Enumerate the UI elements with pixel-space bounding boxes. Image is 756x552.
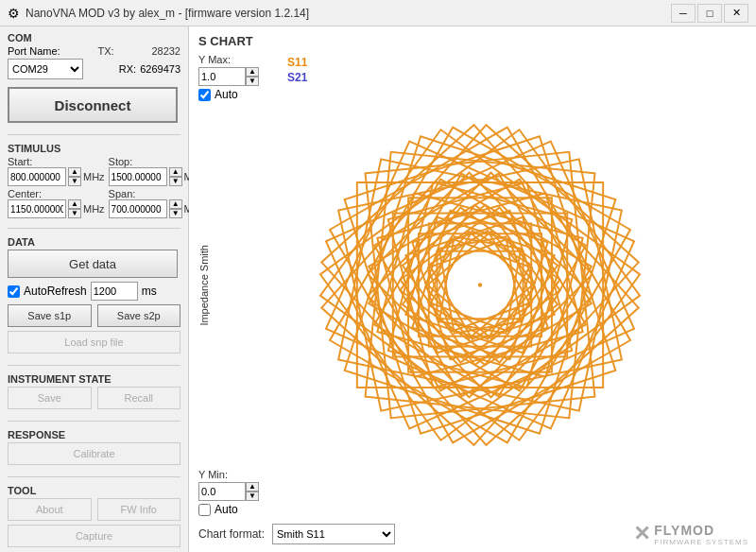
data-section: DATA Get data AutoRefresh ms Save s1p Sa… bbox=[8, 236, 180, 357]
span-up-arrow[interactable]: ▲ bbox=[169, 199, 182, 209]
ms-label: ms bbox=[142, 285, 157, 298]
y-min-spinbox: ▲ ▼ bbox=[198, 482, 259, 501]
svg-point-0 bbox=[478, 283, 482, 286]
stop-spinbox-arrows: ▲ ▼ bbox=[169, 167, 182, 186]
y-axis-label: Impedance Smith bbox=[198, 245, 210, 326]
capture-button[interactable]: Capture bbox=[8, 525, 180, 547]
port-select[interactable]: COM29 bbox=[8, 59, 83, 79]
y-max-input[interactable] bbox=[198, 67, 246, 86]
start-spinbox-arrows: ▲ ▼ bbox=[68, 167, 81, 186]
start-cell: Start: ▲ ▼ MHz bbox=[8, 156, 105, 186]
y-min-up-arrow[interactable]: ▲ bbox=[246, 482, 259, 492]
y-min-auto-checkbox[interactable] bbox=[198, 504, 211, 516]
center-label: Center: bbox=[8, 188, 105, 199]
instrument-btn-row: Save Recall bbox=[8, 387, 180, 409]
y-max-label: Y Max: bbox=[198, 54, 259, 65]
center-spinbox-arrows: ▲ ▼ bbox=[68, 199, 81, 218]
s21-legend: S21 bbox=[287, 71, 307, 84]
center-down-arrow[interactable]: ▼ bbox=[68, 209, 81, 218]
divider-4 bbox=[8, 421, 180, 422]
stop-input[interactable] bbox=[109, 167, 167, 186]
tool-label: TOOL bbox=[8, 485, 180, 496]
ms-input[interactable] bbox=[91, 282, 138, 301]
start-down-arrow[interactable]: ▼ bbox=[68, 177, 81, 186]
y-max-group: Y Max: ▲ ▼ Auto bbox=[198, 54, 259, 101]
response-section: RESPONSE Calibrate bbox=[8, 429, 180, 469]
stimulus-label: STIMULUS bbox=[8, 143, 180, 154]
instrument-label: INSTRUMENT STATE bbox=[8, 373, 180, 385]
fw-info-button[interactable]: FW Info bbox=[97, 498, 181, 521]
center-up-arrow[interactable]: ▲ bbox=[68, 199, 81, 209]
autorefresh-checkbox[interactable] bbox=[8, 285, 20, 298]
load-btn-row: Load snp file bbox=[8, 331, 180, 354]
get-data-button[interactable]: Get data bbox=[8, 250, 178, 278]
stimulus-grid: Start: ▲ ▼ MHz Stop: bbox=[8, 156, 180, 218]
save-s2p-button[interactable]: Save s2p bbox=[97, 304, 181, 327]
chart-canvas bbox=[214, 105, 747, 465]
com-section: COM Port Name: TX: 28232 COM29 RX: 62694… bbox=[8, 32, 180, 127]
save-btn-row: Save s1p Save s2p bbox=[8, 304, 180, 327]
tx-value: 28232 bbox=[151, 45, 180, 57]
close-button[interactable]: ✕ bbox=[724, 4, 748, 23]
data-label: DATA bbox=[8, 236, 180, 248]
main-layout: COM Port Name: TX: 28232 COM29 RX: 62694… bbox=[0, 26, 756, 552]
center-unit: MHz bbox=[83, 203, 105, 215]
stop-down-arrow[interactable]: ▼ bbox=[169, 177, 182, 186]
save-instrument-button[interactable]: Save bbox=[8, 387, 92, 409]
y-max-up-arrow[interactable]: ▲ bbox=[246, 67, 259, 77]
title-bar: ⚙ NanoVNA MOD v3 by alex_m - [firmware v… bbox=[0, 0, 756, 26]
span-spinbox-arrows: ▲ ▼ bbox=[169, 199, 182, 218]
y-max-auto-checkbox[interactable] bbox=[198, 89, 211, 101]
y-min-input[interactable] bbox=[198, 482, 246, 501]
start-label: Start: bbox=[8, 156, 105, 167]
disconnect-button[interactable]: Disconnect bbox=[8, 87, 178, 123]
response-btn-row: Calibrate bbox=[8, 442, 180, 465]
y-max-down-arrow[interactable]: ▼ bbox=[246, 77, 259, 86]
load-snp-button[interactable]: Load snp file bbox=[8, 331, 180, 354]
window-controls: ─ □ ✕ bbox=[671, 4, 748, 23]
app-icon: ⚙ bbox=[8, 6, 20, 21]
about-button[interactable]: About bbox=[8, 498, 92, 521]
start-unit: MHz bbox=[83, 171, 105, 182]
tx-label: TX: bbox=[97, 45, 113, 57]
flymod-x-icon: ✕ bbox=[633, 522, 650, 546]
divider-3 bbox=[8, 365, 180, 366]
start-input[interactable] bbox=[8, 167, 66, 186]
tool-btn-row-2: Capture bbox=[8, 525, 180, 547]
recall-button[interactable]: Recall bbox=[97, 387, 181, 409]
flymod-logo: ✕ FLYMOD FIRMWARE SYSTEMS bbox=[633, 522, 748, 546]
chart-controls-bottom: Y Min: ▲ ▼ Auto bbox=[198, 469, 747, 516]
tool-btn-row-1: About FW Info bbox=[8, 498, 180, 521]
span-input[interactable] bbox=[109, 199, 167, 218]
autorefresh-label: AutoRefresh bbox=[24, 285, 87, 298]
rx-label: RX: bbox=[119, 63, 136, 75]
y-min-down-arrow[interactable]: ▼ bbox=[246, 492, 259, 501]
divider-1 bbox=[8, 134, 180, 135]
span-down-arrow[interactable]: ▼ bbox=[169, 209, 182, 218]
divider-5 bbox=[8, 476, 180, 477]
y-max-auto-row: Auto bbox=[198, 88, 259, 101]
rx-value: 6269473 bbox=[140, 63, 180, 75]
maximize-button[interactable]: □ bbox=[697, 4, 722, 23]
center-input[interactable] bbox=[8, 199, 66, 218]
start-up-arrow[interactable]: ▲ bbox=[68, 167, 81, 177]
minimize-button[interactable]: ─ bbox=[671, 4, 696, 23]
flymod-sub: FIRMWARE SYSTEMS bbox=[654, 538, 748, 546]
chart-format-select[interactable]: Smith S11 Smith S21 LogMag S11 LogMag S2… bbox=[272, 524, 395, 544]
calibrate-button[interactable]: Calibrate bbox=[8, 442, 180, 465]
center-cell: Center: ▲ ▼ MHz bbox=[8, 188, 105, 218]
instrument-section: INSTRUMENT STATE Save Recall bbox=[8, 373, 180, 413]
response-label: RESPONSE bbox=[8, 429, 180, 440]
save-s1p-button[interactable]: Save s1p bbox=[8, 304, 92, 327]
chart-title: S CHART bbox=[198, 34, 747, 48]
chart-svg bbox=[214, 105, 747, 465]
y-min-group: Y Min: ▲ ▼ Auto bbox=[198, 469, 259, 516]
com-label: COM bbox=[8, 32, 180, 43]
y-min-auto-row: Auto bbox=[198, 503, 259, 516]
chart-controls-top: Y Max: ▲ ▼ Auto S11 S21 bbox=[198, 54, 747, 101]
stop-up-arrow[interactable]: ▲ bbox=[169, 167, 182, 177]
y-max-auto-label: Auto bbox=[215, 88, 238, 101]
flymod-name: FLYMOD bbox=[654, 523, 748, 538]
y-min-auto-label: Auto bbox=[215, 503, 238, 516]
y-max-spinbox: ▲ ▼ bbox=[198, 67, 259, 86]
